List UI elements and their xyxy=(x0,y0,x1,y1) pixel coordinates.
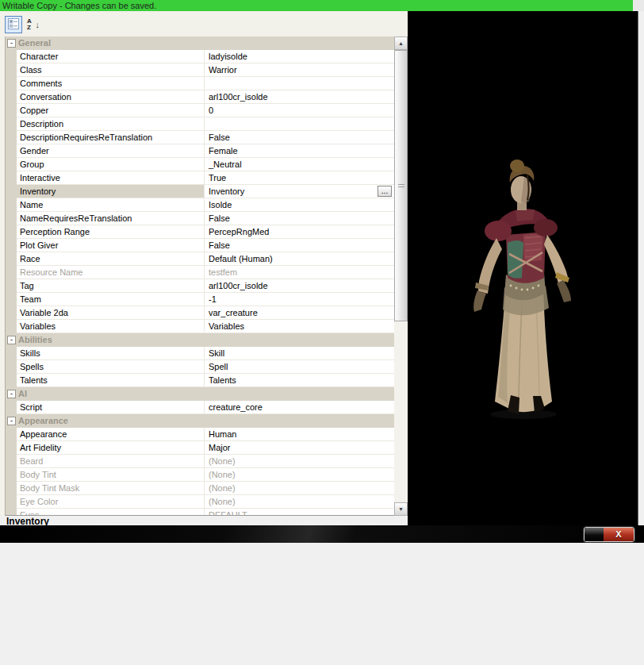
property-value[interactable]: DEFAULT xyxy=(205,509,394,516)
property-row-talents[interactable]: TalentsTalents xyxy=(6,374,394,387)
property-panel: A Z ↓ -GeneralCharacterladyisoldeClassWa… xyxy=(0,11,408,516)
property-row-beard[interactable]: Beard(None) xyxy=(6,455,394,468)
property-name: Resource Name xyxy=(17,266,205,279)
property-name: Comments xyxy=(17,77,205,90)
scrollbar-thumb[interactable] xyxy=(394,50,408,321)
property-value[interactable]: False xyxy=(205,239,394,252)
property-row-perception-range[interactable]: Perception RangePercepRngMed xyxy=(6,225,394,239)
inventory-dialog-titlebar[interactable]: X xyxy=(0,525,644,543)
property-row-variable-2da[interactable]: Variable 2davar_creature xyxy=(6,306,394,320)
property-row-class[interactable]: ClassWarrior xyxy=(6,63,394,77)
property-value[interactable]: Human xyxy=(205,428,394,440)
row-indent-strip xyxy=(6,266,17,279)
property-value[interactable]: (None) xyxy=(205,468,394,481)
property-row-descriptionrequiresretranslation[interactable]: DescriptionRequiresReTranslationFalse xyxy=(6,131,394,144)
property-row-eyes[interactable]: EyesDEFAULT xyxy=(6,509,394,516)
property-value[interactable]: Variables xyxy=(205,320,394,332)
category-row-appearance[interactable]: -Appearance xyxy=(6,414,394,428)
row-indent-strip xyxy=(6,482,17,495)
property-value[interactable]: False xyxy=(205,212,394,225)
property-value[interactable]: Default (Human) xyxy=(205,252,394,265)
property-row-inventory[interactable]: InventoryInventory... xyxy=(6,185,394,198)
status-titlebar-text: Writable Copy - Changes can be saved. xyxy=(2,1,156,10)
property-row-script[interactable]: Scriptcreature_core xyxy=(6,401,394,414)
property-row-resource-name[interactable]: Resource Nametestfem xyxy=(6,266,394,279)
property-value[interactable]: (None) xyxy=(205,455,394,467)
property-value[interactable]: arl100cr_isolde xyxy=(205,279,394,292)
scroll-down-icon[interactable]: ▼ xyxy=(394,502,408,516)
property-row-race[interactable]: RaceDefault (Human) xyxy=(6,252,394,266)
row-indent-strip xyxy=(6,468,17,482)
row-indent-strip xyxy=(6,104,17,117)
property-value[interactable] xyxy=(205,117,394,130)
category-label: Abilities xyxy=(18,333,52,347)
property-value[interactable]: Major xyxy=(205,441,394,454)
property-row-group[interactable]: Group_Neutral xyxy=(6,158,394,171)
ellipsis-button[interactable]: ... xyxy=(378,186,392,197)
property-value[interactable]: testfem xyxy=(205,266,394,279)
property-row-eye-color[interactable]: Eye Color(None) xyxy=(6,495,394,509)
property-name: Variable 2da xyxy=(17,306,205,319)
property-value[interactable]: False xyxy=(205,131,394,144)
property-name: Script xyxy=(17,401,205,413)
category-row-ai[interactable]: -AI xyxy=(6,387,394,401)
scroll-up-icon[interactable]: ▲ xyxy=(394,37,408,50)
row-indent-strip xyxy=(6,212,17,225)
property-value[interactable]: ladyisolde xyxy=(205,50,394,63)
collapse-icon[interactable]: - xyxy=(7,417,16,425)
collapse-icon[interactable]: - xyxy=(7,39,16,48)
property-row-spells[interactable]: SpellsSpell xyxy=(6,360,394,374)
category-row-general[interactable]: -General xyxy=(6,37,394,50)
property-row-skills[interactable]: SkillsSkill xyxy=(6,347,394,360)
property-value[interactable] xyxy=(205,77,394,90)
property-row-namerequiresretranslation[interactable]: NameRequiresReTranslationFalse xyxy=(6,212,394,225)
property-value[interactable]: -1 xyxy=(205,293,394,306)
property-row-body-tint-mask[interactable]: Body Tint Mask(None) xyxy=(6,482,394,495)
property-name: Conversation xyxy=(17,90,205,103)
property-row-team[interactable]: Team-1 xyxy=(6,293,394,306)
property-value[interactable]: (None) xyxy=(205,495,394,508)
collapse-icon[interactable]: - xyxy=(7,390,16,398)
categorized-view-button[interactable] xyxy=(5,16,22,33)
property-value[interactable]: Warrior xyxy=(205,63,394,76)
property-value[interactable]: (None) xyxy=(205,482,394,494)
property-value[interactable]: creature_core xyxy=(205,401,394,413)
property-row-description[interactable]: Description xyxy=(6,117,394,131)
collapse-icon[interactable]: - xyxy=(7,336,16,344)
property-row-comments[interactable]: Comments xyxy=(6,77,394,90)
property-value[interactable]: PercepRngMed xyxy=(205,225,394,238)
property-row-tag[interactable]: Tagarl100cr_isolde xyxy=(6,279,394,293)
alphabetical-sort-button[interactable]: A Z ↓ xyxy=(25,16,42,33)
property-value[interactable]: Inventory xyxy=(205,185,394,198)
property-value[interactable]: Isolde xyxy=(205,198,394,211)
property-name: Character xyxy=(17,50,205,63)
property-value[interactable]: Skill xyxy=(205,347,394,359)
property-row-character[interactable]: Characterladyisolde xyxy=(6,50,394,63)
dialog-close-button[interactable]: X xyxy=(584,527,634,542)
property-row-copper[interactable]: Copper0 xyxy=(6,104,394,117)
close-icon: X xyxy=(604,528,634,541)
property-value[interactable]: arl100cr_isolde xyxy=(205,90,394,103)
property-row-plot-giver[interactable]: Plot GiverFalse xyxy=(6,239,394,252)
property-row-gender[interactable]: GenderFemale xyxy=(6,144,394,158)
model-viewport[interactable] xyxy=(408,11,638,525)
category-row-abilities[interactable]: -Abilities xyxy=(6,333,394,347)
property-value[interactable]: Spell xyxy=(205,360,394,373)
property-row-variables[interactable]: VariablesVariables xyxy=(6,320,394,333)
property-row-body-tint[interactable]: Body Tint(None) xyxy=(6,468,394,482)
property-row-name[interactable]: NameIsolde xyxy=(6,198,394,212)
property-value[interactable]: 0 xyxy=(205,104,394,117)
property-value[interactable]: _Neutral xyxy=(205,158,394,171)
property-row-conversation[interactable]: Conversationarl100cr_isolde xyxy=(6,90,394,104)
property-value[interactable]: Female xyxy=(205,144,394,157)
property-value[interactable]: Talents xyxy=(205,374,394,386)
property-row-appearance[interactable]: AppearanceHuman xyxy=(6,428,394,441)
property-value[interactable]: var_creature xyxy=(205,306,394,319)
property-value[interactable]: True xyxy=(205,171,394,184)
row-indent-strip xyxy=(6,198,17,212)
property-name: Eye Color xyxy=(17,495,205,508)
property-row-art-fidelity[interactable]: Art FidelityMajor xyxy=(6,441,394,455)
property-row-interactive[interactable]: InteractiveTrue xyxy=(6,171,394,185)
property-grid-scrollbar[interactable]: ▲ ▼ xyxy=(394,37,408,516)
property-name: Spells xyxy=(17,360,205,373)
